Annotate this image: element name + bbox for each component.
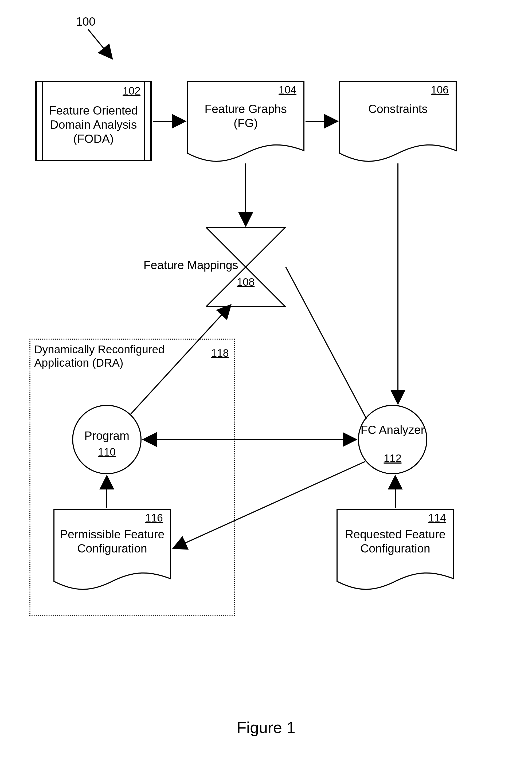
node-foda-label: Feature Oriented Domain Analysis (FODA) bbox=[47, 104, 140, 146]
node-foda: 102 Feature Oriented Domain Analysis (FO… bbox=[35, 81, 152, 161]
node-fc-analyzer-ref: 112 bbox=[359, 452, 426, 465]
node-requested-fc-ref: 114 bbox=[428, 512, 446, 524]
svg-line-0 bbox=[88, 29, 112, 59]
node-constraints: 106 Constraints bbox=[339, 81, 457, 163]
node-feature-mappings-label: Feature Mappings bbox=[137, 258, 238, 272]
node-requested-fc-label: Requested Feature Configuration bbox=[342, 527, 449, 556]
node-requested-fc: 114 Requested Feature Configuration bbox=[337, 509, 454, 591]
dra-ref: 118 bbox=[211, 347, 229, 359]
dra-label: Dynamically Reconfigured Application (DR… bbox=[34, 343, 173, 370]
node-constraints-ref: 106 bbox=[431, 84, 449, 96]
node-feature-graphs: 104 Feature Graphs (FG) bbox=[187, 81, 304, 163]
node-feature-mappings-ref: 108 bbox=[232, 276, 259, 288]
node-constraints-label: Constraints bbox=[344, 102, 451, 116]
node-feature-graphs-ref: 104 bbox=[279, 84, 297, 96]
node-fc-analyzer: FC Analyzer 112 bbox=[358, 405, 427, 474]
node-permissible-fc-ref: 116 bbox=[145, 512, 163, 524]
node-foda-ref: 102 bbox=[122, 85, 140, 97]
node-program-ref: 110 bbox=[73, 446, 140, 458]
node-program: Program 110 bbox=[72, 405, 142, 474]
node-program-label: Program bbox=[73, 429, 140, 443]
node-permissible-fc: 116 Permissible Feature Configuration bbox=[53, 509, 171, 591]
node-fc-analyzer-label: FC Analyzer bbox=[359, 423, 426, 437]
figure-caption: Figure 1 bbox=[0, 718, 532, 737]
node-feature-graphs-label: Feature Graphs (FG) bbox=[192, 102, 299, 130]
svg-line-6 bbox=[286, 267, 366, 419]
node-permissible-fc-label: Permissible Feature Configuration bbox=[59, 527, 166, 556]
diagram-stage: 100 Dynamically Reconfigured Applicatio bbox=[0, 0, 532, 784]
